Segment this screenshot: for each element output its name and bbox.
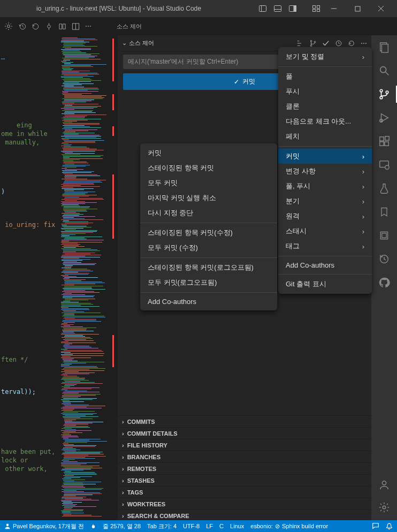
submenu-commit-staged-signoff[interactable]: 스테이징된 항목 커밋(로그오프됨)	[140, 260, 277, 275]
search-icon[interactable]	[378, 64, 391, 77]
section-search-compare[interactable]: ›SEARCH & COMPARE	[118, 510, 371, 521]
submenu-abort-rebase[interactable]: 다시 지정 중단	[140, 206, 277, 221]
menu-add-coauthors[interactable]: Add Co-authors	[278, 259, 372, 272]
source-control-icon[interactable]	[378, 88, 391, 101]
menu-tag-sub[interactable]: 태그›	[278, 239, 372, 254]
status-eol[interactable]: LF	[206, 523, 213, 529]
status-line-col[interactable]: 줄 2579, 열 28	[103, 522, 141, 530]
status-tab-size[interactable]: Tab 크기: 4	[147, 522, 177, 530]
svg-rect-7	[317, 6, 320, 9]
submenu-commit-all-signoff[interactable]: 모두 커밋(로그오프됨)	[140, 275, 277, 290]
tree-icon[interactable]	[296, 40, 304, 47]
menu-stash-sub[interactable]: 스태시›	[278, 224, 372, 239]
bookmark-icon[interactable]	[378, 206, 391, 218]
minimize-button[interactable]	[322, 0, 346, 17]
svg-point-34	[380, 96, 383, 99]
maximize-button[interactable]	[346, 0, 369, 17]
branch-icon[interactable]	[309, 40, 317, 47]
more-icon[interactable]: ⋯	[361, 40, 367, 47]
scm-title: 소스 제어	[111, 22, 142, 31]
run-debug-icon[interactable]	[378, 111, 391, 124]
menu-pull[interactable]: 풀	[278, 69, 372, 84]
submenu-undo-last[interactable]: 마지막 커밋 실행 취소	[140, 191, 277, 206]
menu-commit-sub[interactable]: 커밋›	[278, 149, 372, 164]
menu-pullpush-sub[interactable]: 풀, 푸시›	[278, 179, 372, 194]
history-icon[interactable]	[18, 22, 26, 31]
section-tags[interactable]: ›TAGS	[118, 486, 371, 498]
status-os[interactable]: Linux	[230, 523, 244, 529]
extensions-icon[interactable]	[378, 135, 391, 148]
check-icon[interactable]	[322, 40, 330, 47]
scm-more-menu: 보기 및 정렬› 풀 푸시 클론 다음으로 체크 아웃... 페치 커밋› 변경…	[278, 47, 372, 294]
section-remotes[interactable]: ›REMOTES	[118, 462, 371, 474]
menu-git-output[interactable]: Git 출력 표시	[278, 277, 372, 292]
svg-line-32	[386, 72, 389, 75]
menu-remote-sub[interactable]: 원격›	[278, 209, 372, 224]
submenu-commit-staged-amend[interactable]: 스테이징된 항목 커밋(수정)	[140, 225, 277, 240]
rectangle-icon[interactable]	[378, 229, 391, 242]
submenu-commit[interactable]: 커밋	[140, 146, 277, 161]
submenu-commit-staged[interactable]: 스테이징된 항목 커밋	[140, 161, 277, 176]
minimap[interactable]: /* placeholder for minimap, drawn with d…	[59, 35, 118, 521]
submenu-add-coauthors[interactable]: Add Co-authors	[140, 295, 277, 308]
svg-rect-9	[317, 10, 320, 12]
section-commits[interactable]: ›COMMITS	[118, 415, 371, 427]
section-branches[interactable]: ›BRANCHES	[118, 451, 371, 462]
section-stashes[interactable]: ›STASHES	[118, 474, 371, 486]
git-commit-circle-icon[interactable]	[45, 22, 53, 31]
svg-point-27	[314, 41, 316, 43]
svg-point-33	[380, 89, 383, 92]
explorer-icon[interactable]	[378, 41, 391, 54]
status-flame[interactable]	[90, 523, 96, 530]
menu-view-sort[interactable]: 보기 및 정렬›	[278, 49, 372, 64]
refresh-icon[interactable]	[335, 40, 342, 47]
commit-submenu: 커밋 스테이징된 항목 커밋 모두 커밋 마지막 커밋 실행 취소 다시 지정 …	[140, 143, 277, 310]
github-icon[interactable]	[378, 276, 391, 289]
panel-left-icon[interactable]	[257, 3, 269, 14]
menu-changes-sub[interactable]: 변경 사항›	[278, 164, 372, 179]
remote-explorer-icon[interactable]	[378, 158, 391, 171]
panel-bottom-icon[interactable]	[272, 3, 284, 14]
editor-toolbar: ⋯ 소스 제어	[0, 17, 397, 35]
menu-fetch[interactable]: 페치	[278, 129, 372, 144]
feedback-icon[interactable]	[372, 522, 379, 530]
gear-icon[interactable]	[4, 22, 13, 31]
settings-gear-icon[interactable]	[378, 501, 391, 514]
svg-rect-6	[313, 6, 316, 9]
customize-layout-icon[interactable]	[310, 3, 322, 14]
status-esbonio[interactable]: esbonio: ⊘ Sphinx build error	[250, 523, 328, 530]
status-encoding[interactable]: UTF-8	[183, 523, 200, 529]
svg-point-26	[310, 45, 312, 47]
error-icon: ⊘	[275, 523, 280, 530]
section-file-history[interactable]: ›FILE HISTORY	[118, 439, 371, 451]
svg-point-14	[7, 25, 10, 28]
more-actions-icon[interactable]: ⋯	[85, 22, 91, 30]
testing-icon[interactable]	[378, 182, 391, 195]
undo-icon[interactable]	[348, 40, 355, 47]
title-bar: io_uring.c - linux-next [WSL: Ubuntu] - …	[0, 0, 397, 17]
status-author[interactable]: Pavel Begunkov, 17개월 전	[4, 522, 84, 530]
title-layout-icons	[257, 3, 322, 14]
scm-header-label: 소스 제어	[129, 39, 154, 47]
menu-clone[interactable]: 클론	[278, 99, 372, 114]
book-icon[interactable]	[58, 22, 66, 31]
svg-rect-40	[385, 136, 389, 140]
split-editor-icon[interactable]	[72, 22, 80, 31]
panel-right-icon[interactable]	[287, 3, 299, 14]
submenu-commit-all[interactable]: 모두 커밋	[140, 176, 277, 191]
editor-sliver[interactable]: ⋯ eing ome in while manually, ) io_uring…	[0, 35, 59, 521]
submenu-commit-all-amend[interactable]: 모두 커밋 (수정)	[140, 240, 277, 255]
section-worktrees[interactable]: ›WORKTREES	[118, 498, 371, 510]
account-icon[interactable]	[378, 478, 391, 491]
menu-push[interactable]: 푸시	[278, 84, 372, 99]
svg-point-47	[383, 506, 386, 509]
menu-checkout[interactable]: 다음으로 체크 아웃...	[278, 114, 372, 129]
status-lang[interactable]: C	[219, 523, 224, 529]
bell-icon[interactable]	[386, 522, 393, 530]
history-nav-icon[interactable]	[378, 253, 391, 265]
svg-point-31	[380, 67, 386, 73]
discard-icon[interactable]	[32, 22, 40, 31]
menu-branch-sub[interactable]: 분기›	[278, 194, 372, 209]
close-window-button[interactable]	[369, 0, 393, 17]
section-commit-details[interactable]: ›COMMIT DETAILS	[118, 427, 371, 439]
